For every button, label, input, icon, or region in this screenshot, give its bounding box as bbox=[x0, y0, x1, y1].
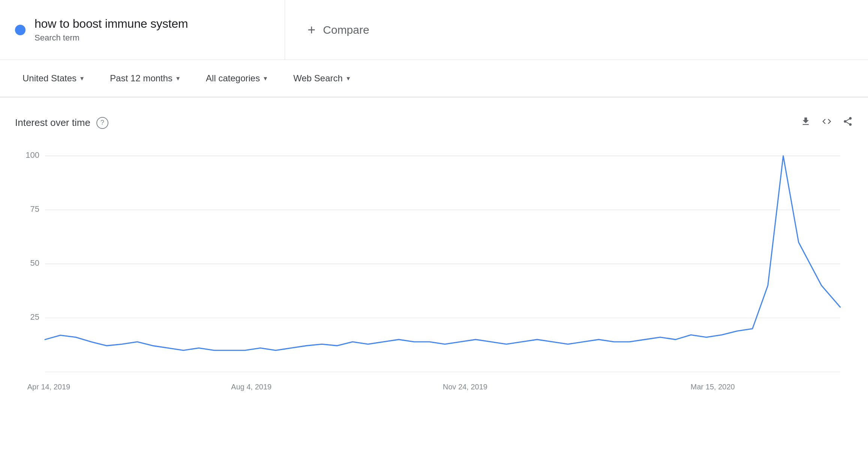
time-chevron-icon: ▾ bbox=[176, 74, 180, 82]
download-icon[interactable] bbox=[800, 116, 811, 129]
search-bar: how to boost immune system Search term +… bbox=[0, 0, 868, 60]
help-icon[interactable]: ? bbox=[96, 117, 108, 129]
y-label-100: 100 bbox=[26, 150, 39, 160]
x-label-nov: Nov 24, 2019 bbox=[443, 382, 488, 391]
x-label-apr: Apr 14, 2019 bbox=[27, 382, 70, 391]
search-type-filter[interactable]: Web Search ▾ bbox=[286, 69, 357, 87]
search-term-section: how to boost immune system Search term bbox=[0, 0, 285, 60]
time-filter[interactable]: Past 12 months ▾ bbox=[102, 69, 187, 87]
chart-actions bbox=[800, 116, 853, 129]
chart-title-group: Interest over time ? bbox=[15, 117, 108, 129]
category-filter-label: All categories bbox=[206, 73, 260, 84]
search-term-title: how to boost immune system bbox=[35, 17, 188, 31]
region-filter-label: United States bbox=[23, 73, 77, 84]
x-label-aug: Aug 4, 2019 bbox=[231, 382, 272, 391]
search-term-subtitle: Search term bbox=[35, 33, 188, 43]
search-term-text: how to boost immune system Search term bbox=[35, 17, 188, 43]
embed-icon[interactable] bbox=[821, 116, 832, 129]
search-type-filter-label: Web Search bbox=[293, 73, 343, 84]
region-filter[interactable]: United States ▾ bbox=[15, 69, 91, 87]
chart-container: 100 75 50 25 Apr 14, 2019 Aug 4, 2019 No… bbox=[15, 144, 853, 407]
category-filter[interactable]: All categories ▾ bbox=[198, 69, 275, 87]
y-label-75: 75 bbox=[30, 204, 39, 214]
filter-bar: United States ▾ Past 12 months ▾ All cat… bbox=[0, 60, 868, 97]
chart-title: Interest over time bbox=[15, 117, 90, 129]
compare-label: Compare bbox=[323, 24, 369, 36]
x-label-mar: Mar 15, 2020 bbox=[691, 382, 735, 391]
region-chevron-icon: ▾ bbox=[80, 74, 84, 82]
interest-chart: 100 75 50 25 Apr 14, 2019 Aug 4, 2019 No… bbox=[15, 144, 853, 407]
search-type-chevron-icon: ▾ bbox=[347, 74, 350, 82]
category-chevron-icon: ▾ bbox=[264, 74, 267, 82]
compare-plus-icon: + bbox=[308, 22, 315, 38]
time-filter-label: Past 12 months bbox=[110, 73, 173, 84]
chart-header: Interest over time ? bbox=[15, 116, 853, 129]
search-term-dot bbox=[15, 25, 26, 35]
y-label-25: 25 bbox=[30, 312, 39, 322]
chart-section: Interest over time ? bbox=[0, 101, 868, 429]
y-label-50: 50 bbox=[30, 258, 39, 268]
compare-section[interactable]: + Compare bbox=[285, 0, 868, 60]
trend-line bbox=[45, 156, 840, 350]
share-icon[interactable] bbox=[842, 116, 853, 129]
